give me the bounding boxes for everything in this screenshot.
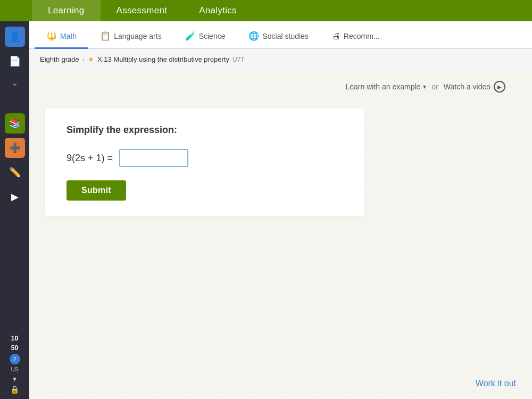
or-text: or bbox=[431, 82, 438, 91]
math-icon: 🔱 bbox=[46, 31, 57, 41]
left-sidebar: 👤 📄 ⌄ 📚 ➕ ✏️ ▶ 10 50 2 US ▾ 🔒 bbox=[0, 21, 29, 399]
tab-social-studies[interactable]: 🌐 Social studies bbox=[237, 31, 320, 49]
chevron-down-icon[interactable]: ⌄ bbox=[11, 78, 18, 88]
work-it-out-link[interactable]: Work it out bbox=[476, 379, 516, 388]
tab-science[interactable]: 🧪 Science bbox=[173, 31, 237, 49]
status-10: 10 bbox=[11, 335, 18, 342]
recommendations-icon: 🖨 bbox=[332, 31, 340, 41]
watch-video-button[interactable]: Watch a video ▶ bbox=[444, 81, 505, 93]
problem-instruction: Simplify the expression: bbox=[66, 124, 343, 136]
sidebar-icon-person[interactable]: 👤 bbox=[5, 27, 25, 47]
sidebar-icon-document[interactable]: 📄 bbox=[5, 51, 25, 71]
breadcrumb-grade[interactable]: Eighth grade bbox=[40, 55, 79, 63]
sidebar-icon-book[interactable]: 📚 bbox=[5, 113, 25, 134]
status-50: 50 bbox=[11, 344, 18, 352]
sidebar-icon-plus[interactable]: ➕ bbox=[5, 138, 25, 158]
nav-item-learning[interactable]: Learning bbox=[32, 0, 101, 21]
helper-row: Learn with an example ▾ or Watch a video… bbox=[45, 81, 516, 93]
tab-recommendations[interactable]: 🖨 Recomm... bbox=[320, 31, 392, 49]
breadcrumb-separator: › bbox=[82, 55, 85, 63]
breadcrumb-lesson-title: X.13 Multiply using the distributive pro… bbox=[97, 55, 229, 63]
main-content: 🔱 Math 📋 Language arts 🧪 Science 🌐 Socia… bbox=[29, 21, 532, 399]
nav-item-analytics[interactable]: Analytics bbox=[183, 0, 253, 21]
learn-example-chevron-icon: ▾ bbox=[423, 83, 426, 90]
status-us: US bbox=[11, 367, 19, 372]
sidebar-icon-pencil[interactable]: ✏️ bbox=[5, 162, 25, 182]
problem-equation: 9(2s + 1) = bbox=[66, 149, 343, 167]
exercise-area: Learn with an example ▾ or Watch a video… bbox=[29, 70, 532, 399]
submit-button[interactable]: Submit bbox=[66, 180, 126, 201]
science-icon: 🧪 bbox=[185, 31, 196, 41]
problem-container: Simplify the expression: 9(2s + 1) = Sub… bbox=[45, 109, 364, 217]
answer-input[interactable] bbox=[119, 149, 188, 167]
sidebar-icon-arrow[interactable]: ▶ bbox=[5, 187, 25, 207]
social-studies-icon: 🌐 bbox=[248, 31, 259, 41]
play-circle-icon: ▶ bbox=[494, 81, 505, 93]
language-arts-icon: 📋 bbox=[100, 31, 111, 41]
learn-with-example-button[interactable]: Learn with an example ▾ bbox=[345, 82, 426, 91]
status-badge-2: 2 bbox=[10, 354, 20, 364]
tab-math[interactable]: 🔱 Math bbox=[35, 31, 88, 49]
lock-icon: 🔒 bbox=[10, 385, 19, 394]
breadcrumb-star-icon: ★ bbox=[88, 55, 94, 63]
subject-tabs: 🔱 Math 📋 Language arts 🧪 Science 🌐 Socia… bbox=[29, 21, 532, 49]
breadcrumb-lesson-code: U7T bbox=[232, 56, 245, 63]
equation-text: 9(2s + 1) = bbox=[66, 153, 113, 164]
top-nav: Learning Assessment Analytics bbox=[0, 0, 532, 21]
breadcrumb: Eighth grade › ★ X.13 Multiply using the… bbox=[29, 49, 532, 70]
tab-language-arts[interactable]: 📋 Language arts bbox=[88, 31, 173, 49]
nav-item-assessment[interactable]: Assessment bbox=[101, 0, 184, 21]
wifi-icon: ▾ bbox=[13, 375, 16, 383]
